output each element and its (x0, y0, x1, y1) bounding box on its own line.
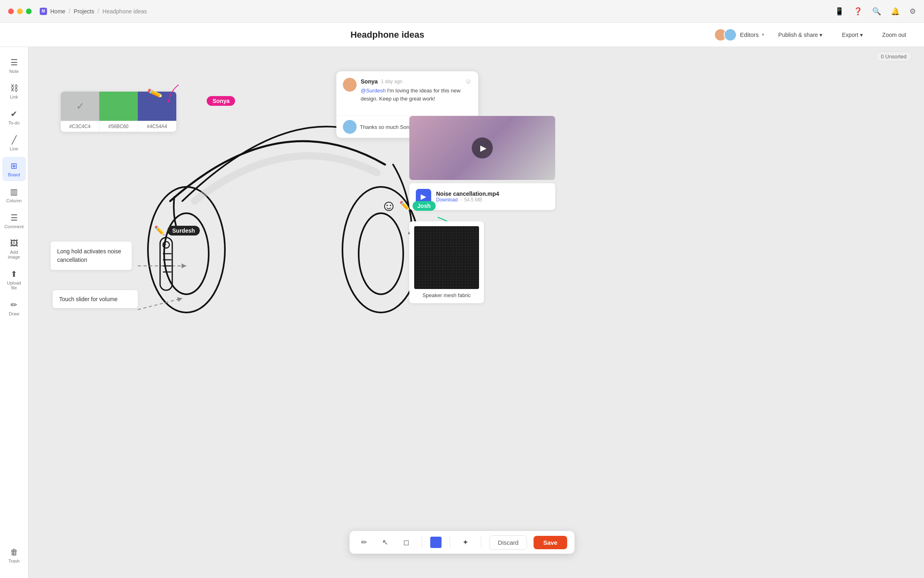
svg-point-12 (163, 242, 169, 248)
mesh-label: Speaker mesh fabric (414, 292, 479, 298)
sidebar-line-label: Line (10, 146, 18, 151)
sidebar-add-image-label: Add image (6, 250, 23, 259)
sidebar-item-todo[interactable]: ✔ To-do (2, 105, 26, 129)
sidebar-item-trash[interactable]: 🗑 Trash (2, 544, 26, 567)
publish-share-button[interactable]: Publish & share ▾ (772, 29, 828, 41)
sidebar-upload-label: Upload file (6, 280, 23, 290)
sidebar-link-label: Link (10, 94, 18, 99)
chat-emoji-button[interactable]: ☺ (465, 78, 472, 85)
settings-icon[interactable]: ⚙ (909, 7, 916, 16)
josh-cursor-label: Josh (413, 201, 436, 211)
svg-rect-7 (160, 238, 172, 290)
toolbar-divider-3 (481, 537, 481, 548)
chat-header: Sonya 1 day ago ☺ (361, 78, 472, 85)
app-icon: M (40, 8, 47, 15)
traffic-lights (8, 9, 32, 14)
noise-cancellation-note: Long hold activates noise cancellation (51, 242, 132, 270)
sidebar-column-label: Column (6, 198, 22, 203)
breadcrumb-home[interactable]: Home (50, 8, 65, 15)
sidebar-item-add-image[interactable]: 🖼 Add image (2, 235, 26, 263)
sidebar-item-upload[interactable]: ⬆ Upload file (2, 265, 26, 294)
svg-point-3 (359, 213, 403, 294)
canvas[interactable]: 0 Unsorted ✓ #C3C4C4 #56BC60 #4C54A4 ✏️ (28, 47, 924, 578)
maximize-button[interactable] (26, 9, 32, 14)
sidebar-item-note[interactable]: ☰ Note (2, 54, 26, 78)
discard-button[interactable]: Discard (490, 535, 527, 550)
search-icon[interactable]: 🔍 (872, 7, 881, 16)
sidebar-item-link[interactable]: ⛓ Link (2, 79, 26, 103)
breadcrumb-sep-2: / (97, 8, 99, 15)
color-code-1: #C3C4C4 (61, 121, 99, 132)
breadcrumb: M Home / Projects / Headphone ideas (40, 8, 147, 15)
pen-tool-button[interactable]: ✏ (357, 535, 372, 550)
publish-chevron-icon: ▾ (819, 32, 822, 38)
upload-icon: ⬆ (11, 269, 17, 279)
swatch-green[interactable] (99, 92, 138, 121)
sonya-cursor: ✏️ Sonya (148, 83, 235, 106)
minimize-button[interactable] (17, 9, 23, 14)
josh-pen-icon: ✏️ (399, 201, 410, 211)
chat-message-content: Sonya 1 day ago ☺ @Surdesh I'm loving th… (361, 78, 472, 103)
editors-dropdown-icon[interactable]: ▾ (762, 32, 764, 37)
svg-point-0 (148, 187, 225, 313)
eraser-tool-button[interactable]: ◻ (399, 535, 414, 550)
board-icon: ⊞ (11, 161, 17, 171)
chat-messages: Sonya 1 day ago ☺ @Surdesh I'm loving th… (336, 71, 478, 116)
sidebar-board-label: Board (8, 172, 20, 177)
sidebar: ☰ Note ⛓ Link ✔ To-do ╱ Line ⊞ Board ▥ C… (0, 47, 28, 578)
file-size: - (460, 197, 462, 203)
toolbar-divider-2 (450, 537, 450, 548)
color-picker-button[interactable] (430, 537, 442, 548)
file-size-value: 54.5 MB (464, 197, 482, 203)
draw-icon: ✏ (11, 300, 17, 310)
line-icon: ╱ (12, 135, 17, 145)
page-title: Headphone ideas (351, 30, 424, 40)
top-bar: Headphone ideas Editors ▾ Publish & shar… (0, 23, 924, 47)
trash-icon: 🗑 (10, 548, 18, 557)
sonya-avatar (343, 78, 357, 92)
sidebar-draw-label: Draw (9, 311, 19, 316)
editors-label[interactable]: Editors (740, 31, 759, 38)
reply-avatar (343, 120, 357, 134)
zoom-out-button[interactable]: Zoom out (877, 29, 912, 41)
svg-text:+: + (163, 241, 166, 248)
slider-sketch: + (146, 233, 186, 315)
device-icon[interactable]: 📱 (835, 7, 844, 16)
color-code-3: #4C54A4 (138, 121, 176, 132)
sidebar-item-line[interactable]: ╱ Line (2, 131, 26, 155)
notification-icon[interactable]: 🔔 (891, 7, 900, 16)
video-panel[interactable] (409, 116, 555, 180)
video-placeholder[interactable] (409, 116, 555, 180)
sidebar-item-board[interactable]: ⊞ Board (2, 157, 26, 181)
chat-timestamp: 1 day ago (381, 79, 402, 84)
josh-smiley-icon: ☺ (381, 197, 397, 214)
mesh-container: Speaker mesh fabric (409, 221, 484, 303)
export-button[interactable]: Export ▾ (836, 29, 868, 41)
svg-line-5 (138, 298, 182, 310)
swatch-gray[interactable]: ✓ (61, 92, 99, 121)
save-button[interactable]: Save (533, 536, 567, 549)
download-link[interactable]: Download (436, 197, 458, 203)
column-icon: ▥ (10, 187, 18, 197)
highlighter-tool-button[interactable]: ✦ (458, 535, 473, 550)
sidebar-item-comment[interactable]: ☰ Comment (2, 209, 26, 233)
topbar-right: Editors ▾ Publish & share ▾ Export ▾ Zoo… (714, 28, 912, 41)
breadcrumb-projects[interactable]: Projects (74, 8, 94, 15)
sidebar-item-column[interactable]: ▥ Column (2, 183, 26, 207)
bottom-toolbar: ✏ ↖ ◻ ✦ Discard Save (350, 531, 575, 554)
export-chevron-icon: ▾ (860, 32, 863, 38)
close-button[interactable] (8, 9, 14, 14)
touch-slider-note: Touch slider for volume (53, 290, 138, 308)
sonya-cursor-label: Sonya (207, 96, 235, 106)
select-tool-button[interactable]: ↖ (378, 535, 393, 550)
sidebar-item-draw[interactable]: ✏ Draw (2, 296, 26, 320)
mesh-image (414, 226, 479, 289)
editors-area[interactable]: Editors ▾ (714, 28, 765, 41)
help-icon[interactable]: ❓ (853, 7, 862, 16)
sidebar-note-label: Note (9, 69, 19, 74)
svg-marker-6 (167, 100, 170, 103)
sidebar-trash-label: Trash (9, 559, 20, 563)
video-play-button[interactable] (472, 137, 493, 158)
file-name: Noise cancellation.mp4 (436, 191, 549, 197)
pen-cursor-icon: ✏️ (146, 85, 164, 102)
